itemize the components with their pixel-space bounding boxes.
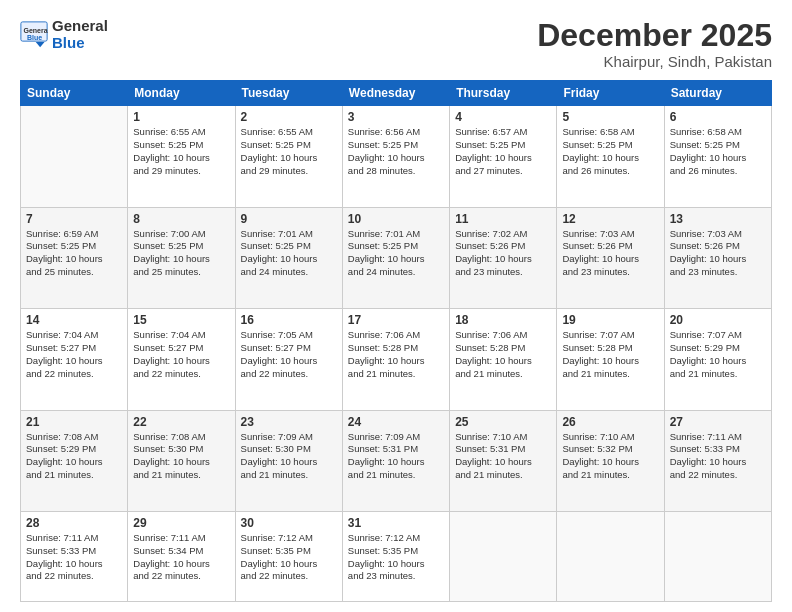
day-info: Sunrise: 6:59 AM Sunset: 5:25 PM Dayligh…	[26, 228, 122, 279]
weekday-header-friday: Friday	[557, 81, 664, 106]
day-info: Sunrise: 7:09 AM Sunset: 5:31 PM Dayligh…	[348, 431, 444, 482]
svg-text:Blue: Blue	[27, 34, 42, 41]
day-number: 27	[670, 415, 766, 429]
day-info: Sunrise: 7:06 AM Sunset: 5:28 PM Dayligh…	[348, 329, 444, 380]
day-info: Sunrise: 6:58 AM Sunset: 5:25 PM Dayligh…	[670, 126, 766, 177]
calendar-cell	[21, 106, 128, 207]
svg-text:General: General	[24, 27, 49, 34]
day-number: 19	[562, 313, 658, 327]
logo-blue: Blue	[52, 34, 85, 51]
calendar-cell: 17Sunrise: 7:06 AM Sunset: 5:28 PM Dayli…	[342, 309, 449, 410]
calendar-cell: 18Sunrise: 7:06 AM Sunset: 5:28 PM Dayli…	[450, 309, 557, 410]
logo-general: General	[52, 17, 108, 34]
day-info: Sunrise: 6:56 AM Sunset: 5:25 PM Dayligh…	[348, 126, 444, 177]
weekday-header-monday: Monday	[128, 81, 235, 106]
calendar-cell: 1Sunrise: 6:55 AM Sunset: 5:25 PM Daylig…	[128, 106, 235, 207]
calendar-cell: 21Sunrise: 7:08 AM Sunset: 5:29 PM Dayli…	[21, 410, 128, 511]
calendar-cell: 31Sunrise: 7:12 AM Sunset: 5:35 PM Dayli…	[342, 512, 449, 602]
day-number: 25	[455, 415, 551, 429]
day-info: Sunrise: 7:08 AM Sunset: 5:30 PM Dayligh…	[133, 431, 229, 482]
day-number: 30	[241, 516, 337, 530]
calendar-cell: 13Sunrise: 7:03 AM Sunset: 5:26 PM Dayli…	[664, 207, 771, 308]
calendar-cell: 14Sunrise: 7:04 AM Sunset: 5:27 PM Dayli…	[21, 309, 128, 410]
day-number: 9	[241, 212, 337, 226]
day-number: 3	[348, 110, 444, 124]
day-number: 6	[670, 110, 766, 124]
day-number: 29	[133, 516, 229, 530]
day-number: 11	[455, 212, 551, 226]
calendar-cell: 3Sunrise: 6:56 AM Sunset: 5:25 PM Daylig…	[342, 106, 449, 207]
calendar-cell	[450, 512, 557, 602]
calendar-cell: 22Sunrise: 7:08 AM Sunset: 5:30 PM Dayli…	[128, 410, 235, 511]
day-info: Sunrise: 7:09 AM Sunset: 5:30 PM Dayligh…	[241, 431, 337, 482]
calendar-cell: 30Sunrise: 7:12 AM Sunset: 5:35 PM Dayli…	[235, 512, 342, 602]
day-number: 7	[26, 212, 122, 226]
day-info: Sunrise: 7:11 AM Sunset: 5:33 PM Dayligh…	[26, 532, 122, 583]
calendar-cell: 25Sunrise: 7:10 AM Sunset: 5:31 PM Dayli…	[450, 410, 557, 511]
day-info: Sunrise: 7:03 AM Sunset: 5:26 PM Dayligh…	[670, 228, 766, 279]
calendar-cell: 28Sunrise: 7:11 AM Sunset: 5:33 PM Dayli…	[21, 512, 128, 602]
day-info: Sunrise: 7:01 AM Sunset: 5:25 PM Dayligh…	[348, 228, 444, 279]
calendar-cell: 6Sunrise: 6:58 AM Sunset: 5:25 PM Daylig…	[664, 106, 771, 207]
location: Khairpur, Sindh, Pakistan	[537, 53, 772, 70]
day-info: Sunrise: 7:07 AM Sunset: 5:29 PM Dayligh…	[670, 329, 766, 380]
calendar-cell: 10Sunrise: 7:01 AM Sunset: 5:25 PM Dayli…	[342, 207, 449, 308]
day-number: 24	[348, 415, 444, 429]
day-number: 18	[455, 313, 551, 327]
calendar-cell: 20Sunrise: 7:07 AM Sunset: 5:29 PM Dayli…	[664, 309, 771, 410]
calendar-week-2: 7Sunrise: 6:59 AM Sunset: 5:25 PM Daylig…	[21, 207, 772, 308]
day-number: 10	[348, 212, 444, 226]
calendar-week-5: 28Sunrise: 7:11 AM Sunset: 5:33 PM Dayli…	[21, 512, 772, 602]
calendar-cell: 15Sunrise: 7:04 AM Sunset: 5:27 PM Dayli…	[128, 309, 235, 410]
day-info: Sunrise: 7:05 AM Sunset: 5:27 PM Dayligh…	[241, 329, 337, 380]
weekday-header-wednesday: Wednesday	[342, 81, 449, 106]
day-info: Sunrise: 6:55 AM Sunset: 5:25 PM Dayligh…	[241, 126, 337, 177]
day-info: Sunrise: 7:04 AM Sunset: 5:27 PM Dayligh…	[26, 329, 122, 380]
day-info: Sunrise: 7:12 AM Sunset: 5:35 PM Dayligh…	[241, 532, 337, 583]
calendar-cell: 16Sunrise: 7:05 AM Sunset: 5:27 PM Dayli…	[235, 309, 342, 410]
day-number: 21	[26, 415, 122, 429]
calendar-page: General Blue General Blue December 2025 …	[0, 0, 792, 612]
month-title: December 2025	[537, 18, 772, 53]
calendar-cell: 27Sunrise: 7:11 AM Sunset: 5:33 PM Dayli…	[664, 410, 771, 511]
day-info: Sunrise: 7:07 AM Sunset: 5:28 PM Dayligh…	[562, 329, 658, 380]
calendar-table: SundayMondayTuesdayWednesdayThursdayFrid…	[20, 80, 772, 602]
day-info: Sunrise: 7:12 AM Sunset: 5:35 PM Dayligh…	[348, 532, 444, 583]
day-info: Sunrise: 7:11 AM Sunset: 5:33 PM Dayligh…	[670, 431, 766, 482]
day-number: 5	[562, 110, 658, 124]
calendar-cell: 11Sunrise: 7:02 AM Sunset: 5:26 PM Dayli…	[450, 207, 557, 308]
calendar-cell: 23Sunrise: 7:09 AM Sunset: 5:30 PM Dayli…	[235, 410, 342, 511]
calendar-week-1: 1Sunrise: 6:55 AM Sunset: 5:25 PM Daylig…	[21, 106, 772, 207]
calendar-week-4: 21Sunrise: 7:08 AM Sunset: 5:29 PM Dayli…	[21, 410, 772, 511]
calendar-cell: 19Sunrise: 7:07 AM Sunset: 5:28 PM Dayli…	[557, 309, 664, 410]
calendar-cell	[664, 512, 771, 602]
logo-text: General Blue	[52, 18, 108, 51]
day-number: 31	[348, 516, 444, 530]
day-info: Sunrise: 7:11 AM Sunset: 5:34 PM Dayligh…	[133, 532, 229, 583]
calendar-cell: 29Sunrise: 7:11 AM Sunset: 5:34 PM Dayli…	[128, 512, 235, 602]
day-info: Sunrise: 6:57 AM Sunset: 5:25 PM Dayligh…	[455, 126, 551, 177]
day-info: Sunrise: 6:55 AM Sunset: 5:25 PM Dayligh…	[133, 126, 229, 177]
day-number: 14	[26, 313, 122, 327]
day-info: Sunrise: 7:10 AM Sunset: 5:31 PM Dayligh…	[455, 431, 551, 482]
logo-icon: General Blue	[20, 21, 48, 49]
day-number: 13	[670, 212, 766, 226]
day-number: 23	[241, 415, 337, 429]
weekday-header-saturday: Saturday	[664, 81, 771, 106]
day-number: 2	[241, 110, 337, 124]
page-header: General Blue General Blue December 2025 …	[20, 18, 772, 70]
calendar-cell: 9Sunrise: 7:01 AM Sunset: 5:25 PM Daylig…	[235, 207, 342, 308]
day-number: 26	[562, 415, 658, 429]
day-number: 12	[562, 212, 658, 226]
calendar-cell: 8Sunrise: 7:00 AM Sunset: 5:25 PM Daylig…	[128, 207, 235, 308]
day-number: 17	[348, 313, 444, 327]
day-number: 20	[670, 313, 766, 327]
day-info: Sunrise: 7:00 AM Sunset: 5:25 PM Dayligh…	[133, 228, 229, 279]
day-info: Sunrise: 7:04 AM Sunset: 5:27 PM Dayligh…	[133, 329, 229, 380]
weekday-header-row: SundayMondayTuesdayWednesdayThursdayFrid…	[21, 81, 772, 106]
day-number: 4	[455, 110, 551, 124]
calendar-cell	[557, 512, 664, 602]
calendar-cell: 24Sunrise: 7:09 AM Sunset: 5:31 PM Dayli…	[342, 410, 449, 511]
weekday-header-thursday: Thursday	[450, 81, 557, 106]
day-number: 8	[133, 212, 229, 226]
